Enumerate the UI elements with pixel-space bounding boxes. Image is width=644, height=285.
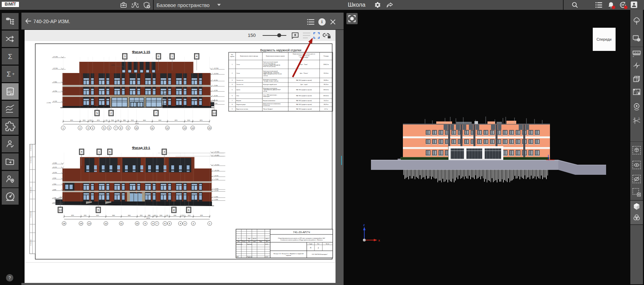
svg-text:t=100 мм: t=100 мм: [263, 75, 268, 77]
svg-text:-: -: [244, 238, 244, 239]
svg-text:Фасад 1-15. Фасад 15-1. Ведомо: Фасад 1-15. Фасад 15-1. Ведомость наружн…: [273, 253, 304, 254]
svg-text:3: 3: [184, 222, 186, 225]
svg-text:Участки стен: Участки стен: [237, 84, 244, 85]
svg-text:5: 5: [96, 112, 98, 115]
svg-text:отделки: отделки: [286, 254, 291, 256]
svg-text:4: 4: [196, 55, 198, 58]
svg-text:2: 2: [110, 112, 112, 115]
svg-text:+3,150: +3,150: [213, 95, 218, 97]
svg-text:4210: 4210: [97, 120, 100, 121]
svg-text:10: 10: [213, 112, 216, 115]
svg-text:9: 9: [232, 108, 233, 110]
svg-text:Z: Z: [363, 224, 365, 226]
svg-text:остекленные: остекленные: [263, 105, 270, 106]
svg-text:3120: 3120: [131, 120, 134, 121]
svg-text:+: +: [12, 71, 15, 77]
svg-text:7: 7: [156, 222, 158, 225]
svg-text:+1,760: +1,760: [52, 197, 56, 199]
svg-text:+0,120: +0,120: [53, 100, 57, 102]
svg-text:-16,950: -16,950: [111, 65, 115, 66]
svg-text:420: 420: [106, 120, 108, 121]
svg-text:6370: 6370: [200, 215, 203, 216]
svg-text:10: 10: [59, 208, 62, 212]
svg-text:Σ: Σ: [7, 70, 11, 78]
svg-text:5540: 5540: [160, 215, 162, 216]
svg-text:8: 8: [120, 127, 121, 129]
svg-text:ПРОФ ТS 0,34 t=100 мм: ПРОФ ТS 0,34 t=100 мм: [263, 66, 276, 67]
svg-text:6370: 6370: [175, 120, 178, 121]
svg-text:6370: 6370: [200, 120, 203, 121]
svg-text:+13,250: +13,250: [214, 164, 219, 166]
svg-text:04.22: 04.22: [266, 238, 268, 239]
svg-text:6: 6: [108, 127, 110, 129]
svg-text:Поз.: Поз.: [231, 54, 233, 55]
svg-text:Окна: Окна: [237, 95, 239, 97]
svg-text:3: 3: [87, 127, 89, 129]
svg-text:584,86 м²: 584,86 м²: [324, 80, 329, 81]
svg-text:1363,03 м²: 1363,03 м²: [323, 89, 329, 91]
svg-text:5540: 5540: [111, 120, 114, 121]
svg-text:1: 1: [232, 64, 233, 65]
svg-text:56720: 56720: [135, 123, 139, 124]
svg-text:+3,150: +3,150: [214, 190, 219, 191]
svg-text:Стены: Стены: [237, 64, 240, 65]
svg-text:12: 12: [166, 127, 169, 129]
svg-text:"Металл Профиль": "Металл Профиль": [263, 108, 273, 110]
svg-text:+11,950: +11,950: [213, 73, 219, 74]
svg-text:7: 7: [232, 100, 233, 101]
svg-text:3: 3: [232, 80, 233, 81]
svg-text:2D: 2D: [7, 90, 12, 93]
svg-text:3: 3: [124, 55, 126, 58]
svg-text:Σ: Σ: [8, 53, 12, 60]
svg-text:+7,050: +7,050: [214, 178, 219, 180]
svg-text:8: 8: [173, 208, 175, 212]
svg-text:Цоколь: Цоколь: [237, 89, 240, 91]
svg-text:1: 1: [62, 127, 64, 129]
svg-text:Лист: Лист: [248, 241, 251, 242]
svg-text:2880: 2880: [148, 215, 151, 216]
svg-text:+3,750: +3,750: [53, 90, 57, 92]
svg-text:1: 1: [98, 150, 100, 153]
svg-text:6370: 6370: [96, 215, 99, 216]
svg-text:Участки стен: Участки стен: [237, 80, 244, 81]
svg-text:Столичного жилого района в Инд: Столичного жилого района в Индустриально…: [280, 239, 323, 241]
svg-text:+4,460: +4,460: [163, 90, 167, 92]
svg-text:Лист: Лист: [317, 243, 320, 245]
svg-text:6370: 6370: [71, 215, 74, 216]
svg-text:9: 9: [145, 222, 146, 225]
svg-text:+8,250: +8,250: [213, 79, 218, 81]
svg-text:+12,950: +12,950: [213, 67, 219, 69]
svg-text:+9,260: +9,260: [52, 178, 56, 179]
svg-text:1: 1: [633, 117, 635, 119]
svg-text:13: 13: [184, 127, 186, 129]
svg-text:9: 9: [127, 127, 129, 129]
svg-text:6000: 6000: [128, 215, 131, 216]
svg-text:+17,250: +17,250: [53, 56, 58, 58]
svg-text:04.22: 04.22: [265, 244, 268, 245]
svg-text:11: 11: [120, 222, 122, 225]
svg-text:7: 7: [155, 112, 157, 115]
svg-text:Курбатов: Курбатов: [247, 244, 252, 245]
svg-text:5: 5: [238, 238, 239, 239]
svg-text:14: 14: [80, 222, 82, 225]
svg-text:-0,610: -0,610: [52, 202, 56, 204]
svg-text:4240: 4240: [174, 215, 177, 216]
svg-text:56720: 56720: [146, 218, 150, 219]
svg-text:+4,350: +4,350: [213, 90, 218, 91]
svg-text:4: 4: [180, 222, 181, 225]
svg-text:285,24 м²: 285,24 м²: [324, 84, 329, 85]
svg-text:Листов: Листов: [326, 243, 329, 245]
svg-text:X: X: [378, 239, 380, 242]
svg-text:1: 1: [209, 222, 211, 225]
svg-text:Изм.: Изм.: [238, 241, 240, 242]
svg-text:5: 5: [103, 127, 105, 129]
svg-text:3120: 3120: [140, 215, 142, 216]
svg-text:Площадь: Площадь: [324, 55, 329, 57]
svg-text:6000: 6000: [159, 120, 161, 121]
svg-text:6: 6: [232, 95, 233, 97]
svg-text:+12,950: +12,950: [53, 67, 58, 69]
svg-text:Разработал: Разработал: [237, 244, 243, 245]
svg-text:6000: 6000: [112, 215, 115, 216]
svg-text:Кол.уч.: Кол.уч.: [242, 241, 246, 242]
svg-text:Подп.: Подп.: [259, 241, 262, 242]
